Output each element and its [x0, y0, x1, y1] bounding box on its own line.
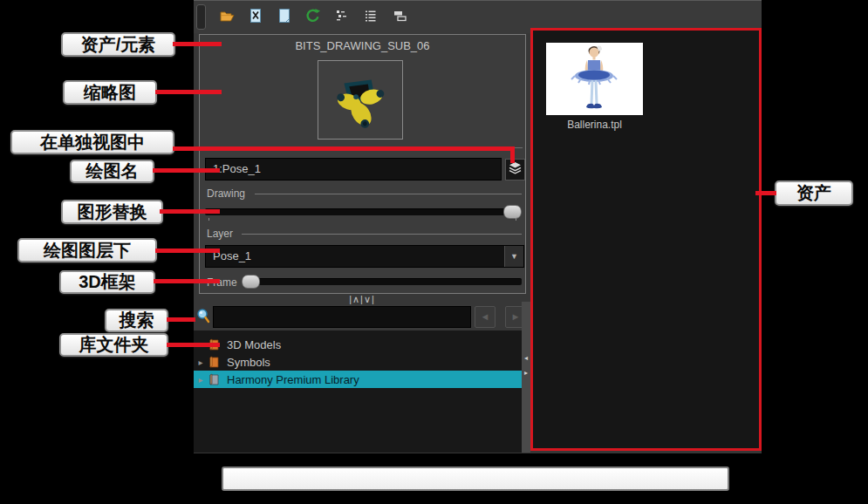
toolbar-drag-handle[interactable]	[196, 4, 206, 30]
assets-panel: Ballerina.tpl	[530, 28, 762, 451]
callout-3d-frame: 3D框架	[59, 270, 155, 294]
annotation-line	[160, 209, 220, 214]
expand-arrow-icon[interactable]: ▸	[194, 375, 208, 385]
search-previous-button[interactable]: ◄	[475, 306, 496, 328]
drawing-slider-label: Drawing	[207, 187, 245, 200]
drawing-thumbnail	[318, 60, 403, 140]
library-folder-tree: 3D Models ▸ Symbols ▸ Harmony Premium Li…	[194, 330, 524, 453]
annotation-line	[167, 343, 220, 347]
tree-item-label: 3D Models	[227, 338, 281, 351]
library-book-icon	[208, 356, 221, 369]
thumbnail-view-button[interactable]	[389, 6, 410, 29]
caption-bar	[222, 467, 729, 491]
tree-item-symbols[interactable]: ▸ Symbols	[194, 353, 524, 371]
annotation-line	[155, 249, 220, 253]
chevron-down-icon[interactable]: ▼	[504, 246, 523, 267]
annotation-line	[173, 146, 515, 151]
page: BITS_DRAWING_SUB_06 1:Pose_1	[0, 0, 868, 504]
annotation-line	[755, 191, 776, 195]
delete-drawing-button[interactable]	[245, 6, 266, 29]
search-input[interactable]	[213, 306, 471, 328]
annotation-line	[153, 168, 220, 173]
drawing-slider-handle[interactable]	[503, 205, 522, 219]
layer-label-rule	[242, 234, 522, 235]
blank-document-icon	[277, 8, 292, 27]
callout-search: 搜索	[105, 309, 168, 332]
list-view-icon	[363, 8, 379, 27]
drawing-label-rule	[255, 194, 522, 194]
annotation-line	[173, 42, 222, 46]
drawing-name-field[interactable]: 1:Pose_1	[205, 158, 502, 180]
collapse-right-icon[interactable]: ▸	[522, 366, 530, 379]
collapse-left-icon[interactable]: ◂	[522, 351, 530, 364]
arrow-left-icon: ◄	[481, 311, 490, 322]
side-splitter[interactable]: ◂ ▸	[522, 302, 530, 453]
annotation-line	[155, 90, 222, 94]
asset-filename: Ballerina.tpl	[533, 119, 656, 131]
callout-drawing-layer: 绘图图层下	[17, 238, 157, 262]
arrow-right-icon: ►	[511, 311, 521, 322]
library-window: BITS_DRAWING_SUB_06 1:Pose_1	[194, 0, 762, 453]
callout-assets: 资产	[775, 180, 853, 206]
layers-stack-icon	[508, 160, 523, 179]
list-view-button[interactable]	[360, 6, 381, 29]
callout-asset-element: 资产/元素	[61, 32, 175, 57]
ballerina-image	[546, 43, 643, 115]
new-drawing-button[interactable]	[274, 6, 295, 29]
drawing-preview-group: BITS_DRAWING_SUB_06 1:Pose_1	[199, 34, 526, 294]
asset-thumbnail-ballerina[interactable]	[546, 43, 643, 115]
document-x-icon	[248, 8, 263, 27]
annotation-line	[510, 146, 515, 163]
callout-library-folder: 库文件夹	[59, 333, 168, 357]
drawing-slider-track[interactable]	[205, 208, 522, 215]
frame-slider-handle[interactable]	[242, 275, 260, 289]
refresh-icon	[305, 8, 321, 27]
view-in-separate-window-button[interactable]	[505, 159, 525, 180]
thumbnail-view-icon	[392, 8, 407, 27]
tree-item-harmony-premium-library[interactable]: ▸ Harmony Premium Library	[194, 371, 524, 388]
layer-dropdown[interactable]: Pose_1 ▼	[205, 245, 524, 268]
annotation-line	[167, 317, 195, 322]
callout-thumbnail: 缩略图	[63, 80, 157, 105]
tree-item-label: Harmony Premium Library	[227, 373, 359, 386]
panel-splitter[interactable]: |∧|∨|	[194, 294, 530, 305]
frame-slider-track[interactable]	[242, 278, 522, 285]
search-bar: ◄ ►	[194, 305, 530, 330]
tree-item-label: Symbols	[227, 356, 270, 369]
expand-arrow-icon[interactable]: ▸	[194, 358, 208, 367]
library-book-icon	[208, 373, 221, 386]
drawing-slider-tick-right	[516, 218, 516, 221]
tree-item-3d-models[interactable]: 3D Models	[194, 336, 524, 353]
callout-drawing-swap: 图形替换	[61, 200, 163, 224]
search-icon[interactable]	[196, 308, 210, 324]
layer-dropdown-label: Layer	[207, 228, 233, 240]
drawing-thumbnail-image	[318, 61, 402, 139]
annotation-line	[154, 279, 220, 283]
element-title: BITS_DRAWING_SUB_06	[200, 39, 525, 52]
node-view-button[interactable]	[331, 6, 352, 29]
refresh-button[interactable]	[303, 6, 324, 29]
callout-separate-view: 在单独视图中	[10, 130, 174, 154]
open-library-folder-button[interactable]	[216, 6, 237, 29]
callout-drawing-name: 绘图名	[70, 160, 154, 183]
open-folder-icon	[219, 8, 235, 27]
node-view-icon	[334, 8, 350, 27]
drawing-slider-tick-left	[208, 218, 209, 221]
